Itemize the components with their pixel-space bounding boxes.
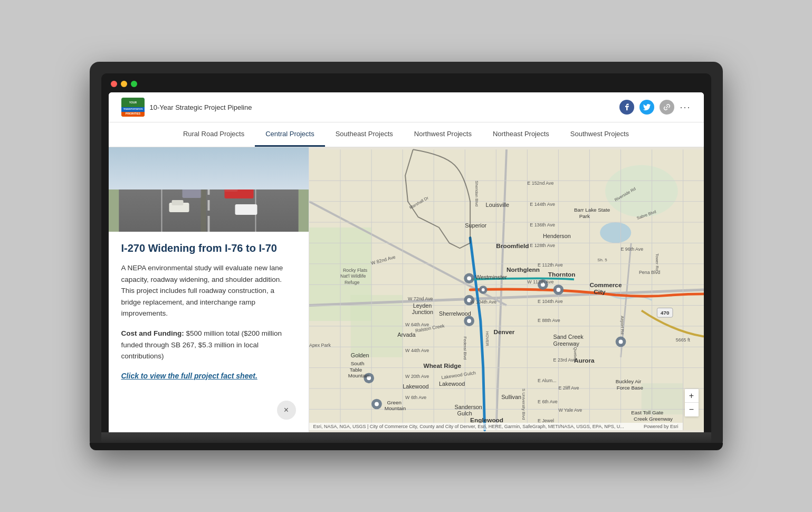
svg-text:Sanderson: Sanderson <box>454 404 482 410</box>
svg-text:Refuge: Refuge <box>344 280 359 285</box>
svg-text:W 20th Ave: W 20th Ave <box>405 374 429 379</box>
zoom-out-button[interactable]: − <box>685 403 699 416</box>
zoom-in-button[interactable]: + <box>685 389 699 403</box>
svg-text:Superior: Superior <box>465 222 486 229</box>
svg-text:Leyden: Leyden <box>413 302 431 309</box>
tab-northwest[interactable]: Northwest Projects <box>404 122 482 147</box>
navigation-tabs: Rural Road Projects Central Projects Sou… <box>109 122 704 147</box>
map-svg: Louisville Superior Broomfield Henderson… <box>309 147 704 432</box>
svg-text:E Alum...: E Alum... <box>538 378 556 383</box>
svg-text:Mountain: Mountain <box>384 405 405 411</box>
cost-funding: Cost and Funding: $500 million total ($2… <box>121 328 296 362</box>
svg-text:Rocky Flats: Rocky Flats <box>342 268 367 273</box>
maximize-traffic-light[interactable] <box>131 81 137 87</box>
project-title: I-270 Widening from I-76 to I-70 <box>121 241 296 255</box>
svg-text:E 112th Ave: E 112th Ave <box>538 262 563 268</box>
more-menu-button[interactable]: ··· <box>680 102 691 113</box>
svg-rect-20 <box>235 204 257 215</box>
svg-text:Pena Blvd: Pena Blvd <box>638 270 660 275</box>
laptop-frame: YOUR TRANSPORTATION PRIORITIES 10-Year S… <box>90 62 723 450</box>
svg-text:Golden: Golden <box>350 352 369 358</box>
laptop-base <box>101 432 711 443</box>
close-traffic-light[interactable] <box>111 81 117 87</box>
logo-area: YOUR TRANSPORTATION PRIORITIES 10-Year S… <box>121 98 252 117</box>
left-panel: I-270 Widening from I-76 to I-70 A NEPA … <box>109 147 309 432</box>
traffic-lights <box>109 81 704 87</box>
svg-text:Airport Rd: Airport Rd <box>619 316 624 334</box>
tab-central[interactable]: Central Projects <box>255 122 324 147</box>
svg-point-28 <box>600 222 631 243</box>
svg-text:YOUR: YOUR <box>129 101 137 104</box>
svg-point-72 <box>375 402 379 406</box>
svg-text:Quebec: Quebec <box>572 347 577 362</box>
svg-text:Park: Park <box>579 213 589 219</box>
svg-text:E 104th Ave: E 104th Ave <box>538 299 563 304</box>
minimize-traffic-light[interactable] <box>121 81 127 87</box>
facebook-icon[interactable] <box>619 100 634 115</box>
svg-text:W Yale Ave: W Yale Ave <box>558 407 582 413</box>
tab-southeast[interactable]: Southeast Projects <box>325 122 404 147</box>
project-details: I-270 Widening from I-76 to I-70 A NEPA … <box>109 232 309 398</box>
svg-text:E 88th Ave: E 88th Ave <box>538 318 560 323</box>
svg-text:Buckley Air: Buckley Air <box>615 378 641 384</box>
svg-text:Greenway: Greenway <box>553 340 579 347</box>
svg-text:East Toll Gate: East Toll Gate <box>631 410 664 415</box>
svg-text:S University Blvd: S University Blvd <box>521 388 526 420</box>
svg-point-64 <box>481 288 484 291</box>
svg-text:Green: Green <box>387 400 401 405</box>
tab-rural[interactable]: Rural Road Projects <box>173 122 255 147</box>
svg-text:Denver: Denver <box>493 328 514 336</box>
map-zoom-controls: + − <box>685 389 699 416</box>
svg-rect-13 <box>161 183 162 232</box>
site-header: YOUR TRANSPORTATION PRIORITIES 10-Year S… <box>109 92 704 122</box>
svg-text:5665 ft: 5665 ft <box>675 337 690 343</box>
svg-text:Sullivan: Sullivan <box>501 394 521 400</box>
svg-text:HOVER: HOVER <box>484 331 489 346</box>
svg-text:TRANSPORTATION: TRANSPORTATION <box>123 108 142 110</box>
svg-text:Tower Rd: Tower Rd <box>655 253 660 271</box>
svg-rect-12 <box>207 216 209 232</box>
svg-text:W 44th Ave: W 44th Ave <box>405 348 429 353</box>
close-button[interactable]: × <box>277 401 296 420</box>
svg-text:E 136th Ave: E 136th Ave <box>530 222 555 227</box>
twitter-icon[interactable] <box>639 100 654 115</box>
svg-text:Gulch: Gulch <box>457 410 472 416</box>
svg-text:Louisville: Louisville <box>485 202 509 208</box>
tab-southwest[interactable]: Southwest Projects <box>560 122 639 147</box>
svg-text:Force Base: Force Base <box>616 385 643 391</box>
svg-text:W 112th Ave: W 112th Ave <box>527 279 553 285</box>
svg-point-58 <box>467 276 471 280</box>
svg-text:W 6th Ave: W 6th Ave <box>405 395 426 400</box>
project-description: A NEPA environmental study will evaluate… <box>121 262 296 319</box>
svg-text:W 104th Ave: W 104th Ave <box>470 299 496 305</box>
tab-northeast[interactable]: Northeast Projects <box>482 122 560 147</box>
attribution-text: Esri, NASA, NGA, USGS | City of Commerce… <box>313 424 624 429</box>
svg-text:E 2liff Ave: E 2liff Ave <box>558 385 579 391</box>
svg-text:Northglenn: Northglenn <box>507 266 540 273</box>
svg-text:E 128th Ave: E 128th Ave <box>530 243 555 248</box>
svg-text:E 152nd Ave: E 152nd Ave <box>527 181 553 186</box>
svg-text:Henderson: Henderson <box>542 233 570 239</box>
browser-window: YOUR TRANSPORTATION PRIORITIES 10-Year S… <box>109 92 704 432</box>
svg-point-68 <box>556 288 560 292</box>
svg-text:Nat'l Wildlife: Nat'l Wildlife <box>340 273 366 279</box>
fact-sheet-link[interactable]: Click to view the full project fact shee… <box>121 372 296 380</box>
svg-text:Apex Park: Apex Park <box>309 343 331 348</box>
svg-text:E 6th Ave: E 6th Ave <box>538 399 558 404</box>
main-content: I-270 Widening from I-76 to I-70 A NEPA … <box>109 147 704 432</box>
map-attribution: Esri, NASA, NGA, USGS | City of Commerce… <box>309 423 683 430</box>
svg-text:Lakewood: Lakewood <box>403 383 428 390</box>
svg-text:PRIORITIES: PRIORITIES <box>125 112 140 115</box>
svg-rect-22 <box>200 183 206 232</box>
svg-text:South: South <box>350 361 364 366</box>
map-area[interactable]: Louisville Superior Broomfield Henderson… <box>309 147 704 432</box>
svg-text:E 144th Ave: E 144th Ave <box>530 202 555 207</box>
laptop-bottom <box>90 443 723 450</box>
svg-text:Broomfield: Broomfield <box>496 242 529 250</box>
cost-label: Cost and Funding: <box>121 329 184 337</box>
svg-text:Junction: Junction <box>412 309 433 315</box>
link-icon[interactable] <box>660 100 674 115</box>
project-image <box>109 147 309 232</box>
svg-text:E 96th Ave: E 96th Ave <box>620 246 643 252</box>
svg-text:Creek Greenway: Creek Greenway <box>634 416 673 422</box>
